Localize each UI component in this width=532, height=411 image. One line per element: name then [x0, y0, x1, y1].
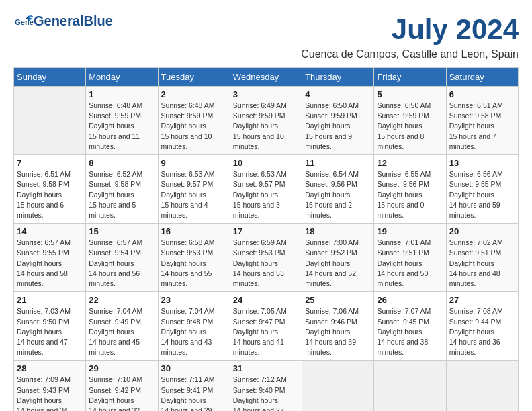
day-info: Sunrise: 6:51 AMSunset: 9:58 PMDaylight … [17, 169, 83, 220]
day-number: 13 [449, 158, 515, 168]
calendar-cell: 6Sunrise: 6:51 AMSunset: 9:58 PMDaylight… [446, 87, 518, 155]
calendar-cell: 3Sunrise: 6:49 AMSunset: 9:59 PMDaylight… [230, 87, 302, 155]
calendar-week-3: 14Sunrise: 6:57 AMSunset: 9:55 PMDayligh… [14, 224, 519, 292]
calendar-week-2: 7Sunrise: 6:51 AMSunset: 9:58 PMDaylight… [14, 155, 519, 224]
day-info: Sunrise: 6:48 AMSunset: 9:59 PMDaylight … [89, 101, 154, 152]
day-info: Sunrise: 7:07 AMSunset: 9:45 PMDaylight … [377, 306, 443, 357]
day-info: Sunrise: 6:57 AMSunset: 9:54 PMDaylight … [89, 238, 154, 289]
day-info: Sunrise: 6:59 AMSunset: 9:53 PMDaylight … [233, 238, 299, 289]
day-info: Sunrise: 7:06 AMSunset: 9:46 PMDaylight … [305, 306, 371, 357]
calendar-table: Sunday Monday Tuesday Wednesday Thursday… [13, 67, 519, 411]
day-number: 25 [305, 295, 371, 305]
calendar-cell: 18Sunrise: 7:00 AMSunset: 9:52 PMDayligh… [302, 224, 374, 292]
day-info: Sunrise: 6:53 AMSunset: 9:57 PMDaylight … [161, 169, 227, 220]
day-number: 8 [89, 158, 154, 168]
day-number: 26 [377, 295, 443, 305]
calendar-cell: 17Sunrise: 6:59 AMSunset: 9:53 PMDayligh… [230, 224, 302, 292]
day-info: Sunrise: 7:12 AMSunset: 9:40 PMDaylight … [233, 375, 299, 411]
day-number: 10 [233, 158, 299, 168]
calendar-cell: 26Sunrise: 7:07 AMSunset: 9:45 PMDayligh… [374, 292, 446, 361]
day-info: Sunrise: 6:54 AMSunset: 9:56 PMDaylight … [305, 169, 371, 220]
day-info: Sunrise: 7:04 AMSunset: 9:49 PMDaylight … [89, 306, 154, 357]
logo-general: GeneralBlue [34, 13, 113, 28]
calendar-cell [446, 361, 518, 411]
day-info: Sunrise: 6:56 AMSunset: 9:55 PMDaylight … [449, 169, 515, 220]
day-info: Sunrise: 7:09 AMSunset: 9:43 PMDaylight … [17, 375, 83, 411]
day-number: 16 [161, 226, 227, 236]
day-info: Sunrise: 6:50 AMSunset: 9:59 PMDaylight … [377, 101, 443, 152]
calendar-cell: 8Sunrise: 6:52 AMSunset: 9:58 PMDaylight… [86, 155, 158, 224]
day-info: Sunrise: 7:10 AMSunset: 9:42 PMDaylight … [89, 375, 154, 411]
header-thursday: Thursday [302, 68, 374, 87]
day-info: Sunrise: 6:55 AMSunset: 9:56 PMDaylight … [377, 169, 443, 220]
day-number: 29 [89, 363, 154, 373]
day-info: Sunrise: 7:02 AMSunset: 9:51 PMDaylight … [449, 238, 515, 289]
header-tuesday: Tuesday [158, 68, 230, 87]
calendar-cell: 15Sunrise: 6:57 AMSunset: 9:54 PMDayligh… [86, 224, 158, 292]
header-saturday: Saturday [446, 68, 518, 87]
logo: General GeneralBlue [13, 13, 113, 28]
calendar-cell: 2Sunrise: 6:48 AMSunset: 9:59 PMDaylight… [158, 87, 230, 155]
day-info: Sunrise: 6:58 AMSunset: 9:53 PMDaylight … [161, 238, 227, 289]
calendar-cell: 7Sunrise: 6:51 AMSunset: 9:58 PMDaylight… [14, 155, 86, 224]
day-number: 22 [89, 295, 154, 305]
day-number: 12 [377, 158, 443, 168]
calendar-cell: 1Sunrise: 6:48 AMSunset: 9:59 PMDaylight… [86, 87, 158, 155]
calendar-cell: 11Sunrise: 6:54 AMSunset: 9:56 PMDayligh… [302, 155, 374, 224]
day-info: Sunrise: 6:52 AMSunset: 9:58 PMDaylight … [89, 169, 154, 220]
day-info: Sunrise: 7:00 AMSunset: 9:52 PMDaylight … [305, 238, 371, 289]
calendar-cell: 24Sunrise: 7:05 AMSunset: 9:47 PMDayligh… [230, 292, 302, 361]
calendar-week-5: 28Sunrise: 7:09 AMSunset: 9:43 PMDayligh… [14, 361, 519, 411]
day-number: 28 [17, 363, 83, 373]
calendar-cell: 12Sunrise: 6:55 AMSunset: 9:56 PMDayligh… [374, 155, 446, 224]
calendar-cell: 22Sunrise: 7:04 AMSunset: 9:49 PMDayligh… [86, 292, 158, 361]
day-info: Sunrise: 6:49 AMSunset: 9:59 PMDaylight … [233, 101, 299, 152]
location-subtitle: Cuenca de Campos, Castille and Leon, Spa… [13, 48, 519, 60]
day-number: 4 [305, 89, 371, 99]
logo-icon: General [15, 13, 34, 28]
day-number: 19 [377, 226, 443, 236]
header-monday: Monday [86, 68, 158, 87]
day-number: 14 [17, 226, 83, 236]
day-number: 23 [161, 295, 227, 305]
calendar-cell [374, 361, 446, 411]
day-info: Sunrise: 6:51 AMSunset: 9:58 PMDaylight … [449, 101, 515, 152]
day-info: Sunrise: 7:01 AMSunset: 9:51 PMDaylight … [377, 238, 443, 289]
day-info: Sunrise: 6:48 AMSunset: 9:59 PMDaylight … [161, 101, 227, 152]
calendar-cell: 10Sunrise: 6:53 AMSunset: 9:57 PMDayligh… [230, 155, 302, 224]
day-number: 5 [377, 89, 443, 99]
day-number: 9 [161, 158, 227, 168]
header-friday: Friday [374, 68, 446, 87]
calendar-cell: 20Sunrise: 7:02 AMSunset: 9:51 PMDayligh… [446, 224, 518, 292]
day-number: 30 [161, 363, 227, 373]
day-info: Sunrise: 6:50 AMSunset: 9:59 PMDaylight … [305, 101, 371, 152]
calendar-cell: 19Sunrise: 7:01 AMSunset: 9:51 PMDayligh… [374, 224, 446, 292]
header: General GeneralBlue July 2024 [13, 13, 519, 46]
day-number: 15 [89, 226, 154, 236]
calendar-cell: 16Sunrise: 6:58 AMSunset: 9:53 PMDayligh… [158, 224, 230, 292]
day-number: 11 [305, 158, 371, 168]
calendar-cell: 27Sunrise: 7:08 AMSunset: 9:44 PMDayligh… [446, 292, 518, 361]
calendar-cell: 21Sunrise: 7:03 AMSunset: 9:50 PMDayligh… [14, 292, 86, 361]
calendar-cell: 4Sunrise: 6:50 AMSunset: 9:59 PMDaylight… [302, 87, 374, 155]
calendar-cell: 30Sunrise: 7:11 AMSunset: 9:41 PMDayligh… [158, 361, 230, 411]
day-info: Sunrise: 7:08 AMSunset: 9:44 PMDaylight … [449, 306, 515, 357]
calendar-cell: 25Sunrise: 7:06 AMSunset: 9:46 PMDayligh… [302, 292, 374, 361]
day-info: Sunrise: 7:11 AMSunset: 9:41 PMDaylight … [161, 375, 227, 411]
calendar-cell: 31Sunrise: 7:12 AMSunset: 9:40 PMDayligh… [230, 361, 302, 411]
day-info: Sunrise: 6:53 AMSunset: 9:57 PMDaylight … [233, 169, 299, 220]
calendar-cell: 28Sunrise: 7:09 AMSunset: 9:43 PMDayligh… [14, 361, 86, 411]
day-info: Sunrise: 6:57 AMSunset: 9:55 PMDaylight … [17, 238, 83, 289]
day-number: 2 [161, 89, 227, 99]
calendar-cell: 5Sunrise: 6:50 AMSunset: 9:59 PMDaylight… [374, 87, 446, 155]
day-number: 18 [305, 226, 371, 236]
day-info: Sunrise: 7:04 AMSunset: 9:48 PMDaylight … [161, 306, 227, 357]
title-section: July 2024 [392, 13, 519, 46]
day-number: 3 [233, 89, 299, 99]
month-title: July 2024 [392, 13, 519, 46]
calendar-cell: 29Sunrise: 7:10 AMSunset: 9:42 PMDayligh… [86, 361, 158, 411]
calendar-cell: 23Sunrise: 7:04 AMSunset: 9:48 PMDayligh… [158, 292, 230, 361]
day-number: 17 [233, 226, 299, 236]
day-number: 6 [449, 89, 515, 99]
day-number: 27 [449, 295, 515, 305]
